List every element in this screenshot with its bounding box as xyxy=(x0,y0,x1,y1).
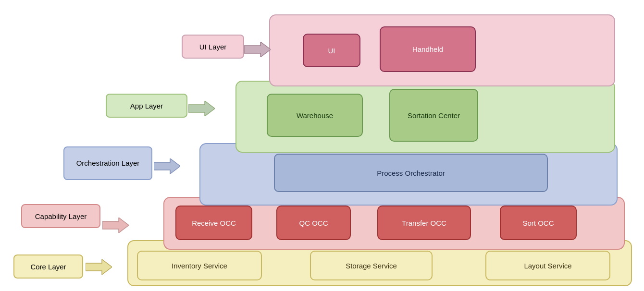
svg-marker-3 xyxy=(102,218,129,233)
ui-box: UI xyxy=(303,34,360,67)
inventory-service-box: Inventory Service xyxy=(137,251,262,280)
app-layer-label: App Layer xyxy=(106,94,187,118)
ui-arrow xyxy=(244,42,271,57)
layout-service-box: Layout Service xyxy=(485,251,610,280)
svg-marker-2 xyxy=(154,158,180,174)
process-orchestrator-box: Process Orchestrator xyxy=(274,154,548,192)
orchestration-layer-label: Orchestration Layer xyxy=(63,146,152,180)
ui-layer-label: UI Layer xyxy=(182,35,244,59)
transfer-occ-box: Transfer OCC xyxy=(377,206,471,240)
storage-service-box: Storage Service xyxy=(310,251,433,280)
sortation-center-box: Sortation Center xyxy=(389,89,478,142)
core-layer-label: Core Layer xyxy=(13,255,83,279)
capability-layer-label: Capability Layer xyxy=(21,204,100,228)
warehouse-box: Warehouse xyxy=(267,94,363,137)
orch-arrow xyxy=(154,158,180,174)
svg-marker-4 xyxy=(86,259,112,275)
architecture-diagram: UI Handheld Warehouse Sortation Center P… xyxy=(0,0,644,291)
qc-occ-box: QC OCC xyxy=(276,206,351,240)
receive-occ-box: Receive OCC xyxy=(175,206,252,240)
app-arrow xyxy=(188,101,215,116)
sort-occ-box: Sort OCC xyxy=(500,206,577,240)
svg-marker-1 xyxy=(188,101,215,116)
handheld-box: Handheld xyxy=(380,26,476,72)
svg-marker-0 xyxy=(244,42,271,57)
cap-arrow xyxy=(102,218,129,233)
core-arrow xyxy=(86,259,112,275)
